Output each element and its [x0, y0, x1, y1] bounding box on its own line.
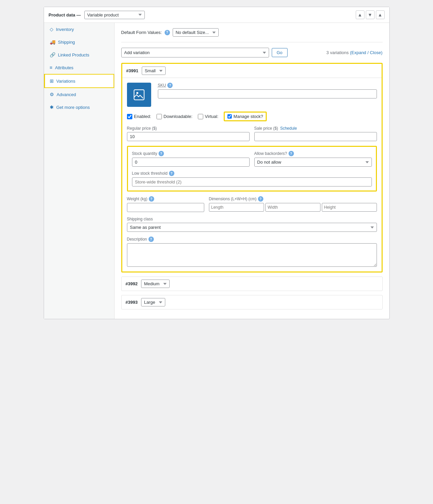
image-placeholder-icon — [133, 89, 145, 101]
backorders-help-icon[interactable]: ? — [289, 151, 294, 156]
backorders-select[interactable]: Do not allow — [254, 158, 372, 167]
sale-price-label-row: Sale price ($) Schedule — [254, 126, 377, 131]
collapse-down-button[interactable]: ▼ — [366, 10, 375, 19]
stock-qty-input[interactable] — [132, 158, 250, 167]
stock-section: Stock quantity ? Allow backorders? ? — [127, 146, 377, 192]
downloadable-checkbox[interactable] — [157, 114, 162, 119]
variation-3992-header: #3992 Medium — [122, 277, 382, 291]
enabled-label[interactable]: Enabled: — [134, 114, 151, 119]
product-data-title: Product data — — [49, 12, 81, 17]
low-stock-help-icon[interactable]: ? — [169, 171, 174, 176]
stock-row: Stock quantity ? Allow backorders? ? — [132, 151, 372, 167]
backorders-section: Allow backorders? ? Do not allow — [254, 151, 372, 167]
width-input[interactable] — [265, 203, 320, 212]
variation-3993-size-select[interactable]: Large — [141, 298, 165, 306]
go-button[interactable]: Go — [272, 48, 288, 57]
variation-block-3991: #3991 Small — [121, 63, 383, 272]
variation-3992-id: #3992 — [126, 281, 138, 286]
sku-label: SKU ? — [158, 83, 377, 88]
expand-close-link[interactable]: (Expand / Close) — [350, 50, 383, 55]
sidebar-item-label-get-more-options: Get more options — [56, 105, 90, 110]
sale-price-section: Sale price ($) Schedule — [254, 126, 377, 141]
weight-label: Weight (kg) ? — [127, 196, 204, 202]
product-type-select[interactable]: Variable product — [84, 11, 145, 19]
weight-input[interactable] — [127, 203, 204, 212]
variation-block-3993: #3993 Large — [121, 295, 383, 309]
weight-help-icon[interactable]: ? — [149, 196, 154, 202]
sidebar-item-label-variations: Variations — [56, 79, 76, 84]
default-form-select[interactable]: No default Size... — [173, 28, 219, 37]
variation-3991-header: #3991 Small — [122, 64, 382, 78]
sale-price-label: Sale price ($) — [254, 126, 278, 131]
collapse-up-button[interactable]: ▲ — [356, 10, 364, 19]
default-form-row: Default Form Values: ? No default Size..… — [121, 28, 383, 42]
stock-qty-label: Stock quantity ? — [132, 151, 250, 156]
attributes-icon: ≡ — [50, 65, 52, 70]
virtual-label[interactable]: Virtual: — [205, 114, 218, 119]
variation-image-button[interactable] — [127, 83, 151, 107]
description-row: Description ? — [127, 237, 377, 267]
stock-qty-help-icon[interactable]: ? — [159, 151, 164, 156]
virtual-checkbox-group: Virtual: — [198, 114, 218, 119]
length-input[interactable] — [209, 203, 264, 212]
variation-3991-size-select[interactable]: Small — [142, 67, 166, 75]
dimensions-inputs — [209, 203, 377, 212]
dimensions-label: Dimensions (L×W×H) (cm) ? — [209, 196, 377, 202]
stock-qty-section: Stock quantity ? — [132, 151, 250, 167]
sidebar-item-label-shipping: Shipping — [58, 40, 75, 45]
low-stock-row: Low stock threshold ? — [132, 171, 372, 186]
inventory-icon: ◇ — [50, 27, 53, 32]
sidebar-item-get-more-options[interactable]: ✱ Get more options — [44, 101, 114, 114]
sidebar-item-inventory[interactable]: ◇ Inventory — [44, 23, 114, 36]
backorders-label: Allow backorders? ? — [254, 151, 372, 156]
variation-3991-top: SKU ? — [127, 83, 377, 107]
description-textarea[interactable] — [127, 243, 377, 267]
product-data-header: Product data — Variable product ▲ ▼ ▲ — [44, 7, 389, 23]
variation-3991-content: SKU ? Enabled: — [122, 78, 382, 271]
default-form-label: Default Form Values: — [121, 30, 162, 35]
sidebar-item-shipping[interactable]: 🚚 Shipping — [44, 36, 114, 48]
sidebar-item-advanced[interactable]: ⚙ Advanced — [44, 88, 114, 101]
regular-price-section: Regular price ($) — [127, 126, 250, 141]
shipping-class-label: Shipping class — [127, 217, 377, 221]
downloadable-checkbox-group: Downloadable: — [157, 114, 192, 119]
add-variation-select[interactable]: Add variation — [121, 48, 269, 57]
sale-price-input[interactable] — [254, 132, 377, 141]
description-label: Description ? — [127, 237, 377, 242]
sidebar-item-label-attributes: Attributes — [55, 65, 74, 70]
enabled-checkbox[interactable] — [127, 114, 132, 119]
weight-dimensions-row: Weight (kg) ? Dimensions (L×W×H) (cm) ? — [127, 196, 377, 212]
virtual-checkbox[interactable] — [198, 114, 203, 119]
low-stock-input[interactable] — [132, 177, 372, 186]
sidebar: ◇ Inventory 🚚 Shipping 🔗 Linked Products… — [44, 23, 115, 319]
dimensions-section: Dimensions (L×W×H) (cm) ? — [209, 196, 377, 212]
sidebar-item-label-linked-products: Linked Products — [58, 52, 89, 57]
sku-input[interactable] — [158, 89, 377, 98]
variation-3992-size-select[interactable]: Medium — [141, 280, 170, 288]
shipping-class-row: Shipping class Same as parent — [127, 217, 377, 232]
sidebar-item-variations[interactable]: ⊞ Variations — [44, 74, 114, 88]
manage-stock-label[interactable]: Manage stock? — [233, 114, 263, 119]
manage-stock-checkbox-group: Manage stock? — [224, 112, 267, 121]
manage-stock-checkbox[interactable] — [227, 114, 232, 119]
height-input[interactable] — [322, 203, 377, 212]
advanced-icon: ⚙ — [50, 92, 54, 97]
sidebar-item-linked-products[interactable]: 🔗 Linked Products — [44, 48, 114, 61]
downloadable-label[interactable]: Downloadable: — [164, 114, 192, 119]
link-icon: 🔗 — [50, 52, 55, 57]
sidebar-item-label-advanced: Advanced — [57, 92, 76, 97]
checkboxes-row: Enabled: Downloadable: Virtual: Man — [127, 112, 377, 121]
low-stock-label: Low stock threshold ? — [132, 171, 372, 176]
description-help-icon[interactable]: ? — [148, 237, 154, 242]
expand-button[interactable]: ▲ — [376, 10, 385, 19]
sidebar-item-attributes[interactable]: ≡ Attributes — [44, 61, 114, 74]
sku-help-icon[interactable]: ? — [167, 83, 173, 88]
default-form-help-icon[interactable]: ? — [165, 30, 170, 35]
regular-price-input[interactable] — [127, 132, 250, 141]
main-panel: Default Form Values: ? No default Size..… — [115, 23, 389, 319]
variation-3993-header: #3993 Large — [122, 295, 382, 309]
get-more-icon: ✱ — [50, 104, 54, 110]
schedule-link[interactable]: Schedule — [280, 126, 297, 131]
shipping-class-select[interactable]: Same as parent — [127, 223, 377, 232]
dimensions-help-icon[interactable]: ? — [258, 196, 263, 202]
